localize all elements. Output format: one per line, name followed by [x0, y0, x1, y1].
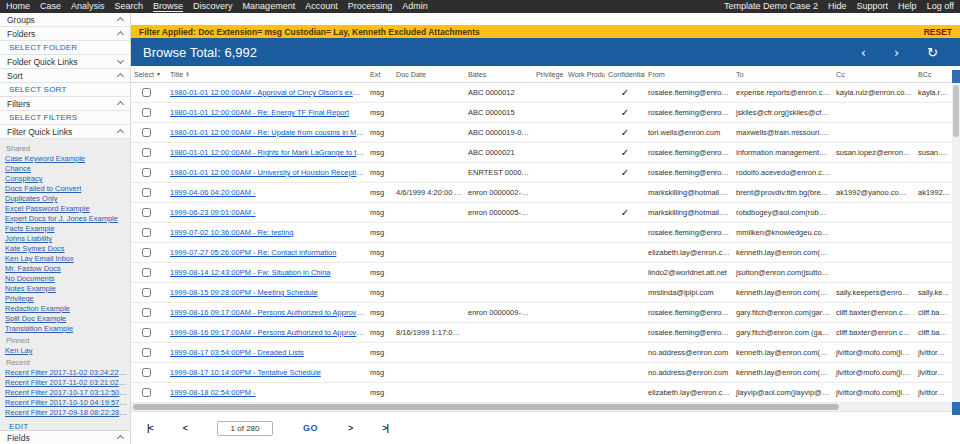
doc-date-column-header[interactable]: Doc Date [393, 70, 465, 79]
select-column-header[interactable]: Select ▼ [131, 70, 167, 79]
vertical-scrollbar-thumb[interactable] [953, 85, 959, 137]
nav-hide[interactable]: Hide [828, 0, 847, 13]
first-page-button[interactable]: |< [147, 423, 153, 433]
filter-quick-link[interactable]: Recent Filter 2017-11-02 03:24:22 PM [5, 368, 127, 378]
document-title-link[interactable]: 1999-08-18 02:54:00PM - [170, 388, 364, 397]
title-column-header[interactable]: Title ▲▼ [167, 70, 367, 79]
work-product-column-header[interactable]: Work Product [565, 70, 605, 79]
table-row[interactable]: 1980-01-01 12:00:00AM - Rights for Mark … [131, 143, 952, 163]
nav-case[interactable]: Case [40, 0, 61, 13]
document-title-link[interactable]: 1999-08-16 09:17:00AM - Persons Authoriz… [170, 328, 364, 337]
filter-quick-link[interactable]: Mr. Fastow Docs [5, 264, 127, 274]
horizontal-scrollbar[interactable] [131, 403, 952, 411]
filter-quick-link[interactable]: Conspiracy [5, 174, 127, 184]
confidential-column-header[interactable]: Confidential [605, 70, 645, 79]
sort-icon[interactable]: ▲▼ [185, 71, 189, 78]
row-checkbox[interactable] [142, 128, 151, 137]
row-checkbox[interactable] [142, 248, 151, 257]
row-checkbox[interactable] [142, 348, 151, 357]
table-row[interactable]: 1980-01-01 12:00:00AM - Re: Update from … [131, 123, 952, 143]
nav-search[interactable]: Search [115, 0, 144, 13]
horizontal-scrollbar-thumb[interactable] [133, 404, 839, 410]
next-page-chevron-icon[interactable]: › [894, 46, 899, 59]
sidebar-section-filter-quick-links[interactable]: Filter Quick Links [0, 125, 130, 139]
table-row[interactable]: 1999-07-27 05:26:00PM - Re: Contact info… [131, 243, 952, 263]
table-row[interactable]: 1999-08-17 03:54:00PM - Dreaded Lists ms… [131, 343, 952, 363]
sidebar-section-groups[interactable]: Groups [0, 13, 130, 27]
filter-quick-link[interactable]: Translation Example [5, 324, 127, 334]
filter-quick-link[interactable]: Duplicates Only [5, 194, 127, 204]
from-column-header[interactable]: From [645, 70, 733, 79]
row-checkbox[interactable] [142, 268, 151, 277]
scroll-up-button[interactable] [952, 70, 960, 83]
previous-page-button[interactable]: < [183, 423, 187, 433]
bates-column-header[interactable]: Bates [465, 70, 533, 79]
table-row[interactable]: 1980-01-01 12:00:00AM - Re: Energy TF Fi… [131, 103, 952, 123]
filter-quick-link[interactable]: Ken Lay [5, 346, 127, 356]
filter-quick-link[interactable]: Facts Example [5, 224, 127, 234]
row-checkbox[interactable] [142, 108, 151, 117]
row-checkbox[interactable] [142, 168, 151, 177]
scroll-down-button[interactable] [952, 402, 960, 415]
sidebar-section-filters[interactable]: Filters [0, 97, 130, 111]
filter-quick-link[interactable]: Case Keyword Example [5, 154, 127, 164]
nav-discovery[interactable]: Discovery [193, 0, 233, 13]
filter-quick-link[interactable]: Recent Filter 2017-10-17 03:12:50 PM [5, 388, 127, 398]
filter-quick-link[interactable]: Split Doc Example [5, 314, 127, 324]
vertical-scrollbar[interactable] [952, 70, 960, 415]
table-row[interactable]: 1999-08-16 09:17:00AM - Persons Authoriz… [131, 323, 952, 343]
page-number-input[interactable] [217, 421, 273, 436]
document-title-link[interactable]: 1999-08-17 10:14:00PM - Tentative Schedu… [170, 368, 364, 377]
go-button[interactable]: GO [303, 423, 318, 433]
row-checkbox[interactable] [142, 188, 151, 197]
nav-help[interactable]: Help [898, 0, 917, 13]
row-checkbox[interactable] [142, 388, 151, 397]
row-checkbox[interactable] [142, 148, 151, 157]
next-page-button[interactable]: > [348, 423, 352, 433]
bcc-column-header[interactable]: BCc [915, 70, 952, 79]
last-page-button[interactable]: >| [382, 423, 388, 433]
row-checkbox[interactable] [142, 308, 151, 317]
table-row[interactable]: 1999-08-15 09:28:00PM - Meeting Schedule… [131, 283, 952, 303]
filter-quick-link[interactable]: No Documents [5, 274, 127, 284]
sidebar-section-sort[interactable]: Sort [0, 69, 130, 83]
row-checkbox[interactable] [142, 228, 151, 237]
document-title-link[interactable]: 1999-07-27 05:26:00PM - Re: Contact info… [170, 248, 364, 257]
privilege-column-header[interactable]: Privilege [533, 70, 565, 79]
document-title-link[interactable]: 1999-07-02 10:36:00AM - Re: testing [170, 228, 364, 237]
document-title-link[interactable]: 1980-01-01 12:00:00AM - Rights for Mark … [170, 148, 364, 157]
document-title-link[interactable]: 1980-01-01 12:00:00AM - University of Ho… [170, 168, 364, 177]
cc-column-header[interactable]: Cc [833, 70, 915, 79]
sidebar-section-folder-quick-links[interactable]: Folder Quick Links [0, 55, 130, 69]
select-filters-button[interactable]: SELECT FILTERS [0, 111, 130, 125]
filter-quick-link[interactable]: Docs Failed to Convert [5, 184, 127, 194]
filter-quick-link[interactable]: Recent Filter 2017-10-10 04:19:57 PM [5, 398, 127, 408]
nav-support[interactable]: Support [857, 0, 889, 13]
row-checkbox[interactable] [142, 88, 151, 97]
filter-quick-link[interactable]: Redaction Example [5, 304, 127, 314]
vertical-scrollbar-track[interactable] [952, 83, 960, 402]
table-row[interactable]: 1999-08-14 12:43:00PM - Fw: Situation in… [131, 263, 952, 283]
sidebar-section-folders[interactable]: Folders [0, 27, 130, 41]
nav-browse[interactable]: Browse [153, 0, 183, 13]
filter-quick-link[interactable]: Ken Lay Email Inbox [5, 254, 127, 264]
table-row[interactable]: 1980-01-01 12:00:00AM - Approval of Cinc… [131, 83, 952, 103]
edit-filters-button[interactable]: EDIT [5, 418, 127, 430]
filter-quick-link[interactable]: Recent Filter 2017-11-02 03:21:02 PM [5, 378, 127, 388]
row-checkbox[interactable] [142, 288, 151, 297]
filter-quick-link[interactable]: Recent Filter 2017-09-18 08:22:28 PM [5, 408, 127, 418]
document-title-link[interactable]: 1980-01-01 12:00:00AM - Re: Update from … [170, 128, 364, 137]
document-title-link[interactable]: 1999-08-16 09:17:00AM - Persons Authoriz… [170, 308, 364, 317]
table-row[interactable]: 1999-07-02 10:36:00AM - Re: testing msg … [131, 223, 952, 243]
document-title-link[interactable]: 1980-01-01 12:00:00AM - Re: Energy TF Fi… [170, 108, 364, 117]
sidebar-section-fields[interactable]: Fields [0, 430, 130, 444]
nav-processing[interactable]: Processing [348, 0, 393, 13]
nav-analysis[interactable]: Analysis [71, 0, 105, 13]
document-title-link[interactable]: 1999-04-06 04:20:00AM - [170, 188, 364, 197]
select-sort-button[interactable]: SELECT SORT [0, 83, 130, 97]
document-title-link[interactable]: 1980-01-01 12:00:00AM - Approval of Cinc… [170, 88, 364, 97]
filter-quick-link[interactable]: Chance [5, 164, 127, 174]
ext-column-header[interactable]: Ext [367, 70, 393, 79]
prev-page-chevron-icon[interactable]: ‹ [861, 46, 866, 59]
to-column-header[interactable]: To [733, 70, 833, 79]
